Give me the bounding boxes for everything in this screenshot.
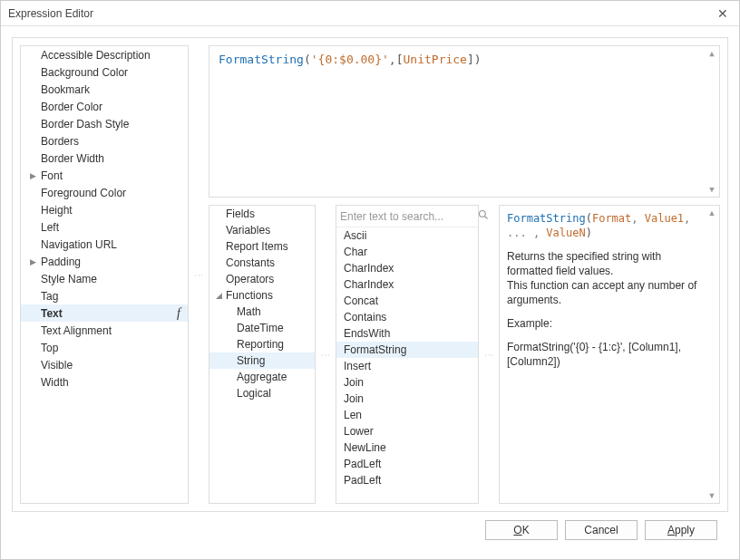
property-label: Style Name (39, 273, 188, 285)
function-item[interactable]: Join (336, 391, 478, 407)
splitter-vertical-2[interactable]: ⋮ (323, 205, 328, 504)
property-item[interactable]: Bookmark (21, 81, 188, 98)
cancel-button[interactable]: Cancel (565, 520, 638, 540)
function-item[interactable]: EndsWith (336, 325, 478, 342)
apply-ul: A (667, 524, 675, 536)
category-item[interactable]: Aggregate (209, 369, 315, 385)
function-item[interactable]: CharIndex (336, 260, 478, 276)
category-item[interactable]: Constants (209, 255, 315, 271)
expr-token-string: '{0:$0.00}' (311, 53, 389, 66)
property-item[interactable]: Border Width (21, 150, 188, 167)
ok-button[interactable]: OK (485, 520, 558, 540)
property-item[interactable]: ▶Font (21, 167, 188, 184)
category-item[interactable]: ◢Functions (209, 287, 315, 304)
property-item[interactable]: Border Dash Style (21, 115, 188, 132)
function-item[interactable]: CharIndex (336, 276, 478, 293)
category-label: Fields (224, 208, 255, 220)
categories-panel[interactable]: FieldsVariablesReport ItemsConstantsOper… (209, 205, 316, 504)
property-label: Border Width (39, 152, 188, 165)
category-item[interactable]: Math (209, 304, 315, 320)
category-item[interactable]: DateTime (209, 320, 315, 336)
close-button[interactable]: ✕ (714, 5, 732, 23)
function-item[interactable]: NewLine (336, 439, 478, 456)
property-item[interactable]: Left (21, 218, 188, 236)
function-item[interactable]: Ascii (336, 227, 478, 244)
expression-textarea[interactable]: ▲ FormatString('{0:$0.00}',[UnitPrice]) … (209, 45, 720, 198)
property-item[interactable]: Textf (21, 304, 188, 322)
property-label: Accessible Description (39, 49, 188, 62)
help-example: FormatString('{0} - {1:c}', [Column1], [… (507, 340, 705, 369)
category-item[interactable]: Logical (209, 385, 315, 401)
category-item[interactable]: Variables (209, 222, 315, 238)
sig-arg1: Format (592, 212, 631, 225)
property-label: Border Dash Style (39, 118, 188, 130)
function-item[interactable]: Concat (336, 293, 478, 309)
scroll-down-icon[interactable]: ▼ (706, 184, 717, 195)
property-item[interactable]: Visible (21, 356, 188, 373)
help-example-label: Example: (507, 316, 705, 331)
function-item[interactable]: PadLeft (336, 456, 478, 472)
property-label: Visible (39, 359, 188, 372)
category-item[interactable]: Fields (209, 206, 315, 222)
sig-fn: FormatString (507, 212, 586, 225)
dialog-content: Accessible DescriptionBackground ColorBo… (1, 26, 739, 559)
property-label: Border Color (39, 101, 188, 113)
property-item[interactable]: Style Name (21, 270, 188, 287)
right-column: ▲ FormatString('{0:$0.00}',[UnitPrice]) … (209, 45, 720, 504)
help-scroll-down-icon[interactable]: ▼ (706, 490, 717, 501)
property-item[interactable]: Navigation URL (21, 236, 188, 253)
property-item[interactable]: Accessible Description (21, 46, 188, 63)
function-item[interactable]: Char (336, 244, 478, 260)
help-signature: FormatString(Format, Value1, ... , Value… (507, 211, 705, 240)
function-item[interactable]: FormatString (336, 342, 478, 358)
category-label: Aggregate (224, 371, 287, 383)
scroll-up-icon[interactable]: ▲ (706, 48, 717, 59)
property-item[interactable]: Height (21, 201, 188, 218)
function-item[interactable]: Contains (336, 309, 478, 325)
property-label: Foreground Color (39, 187, 188, 199)
expr-token-close: ) (474, 53, 482, 66)
dialog-title: Expression Editor (8, 7, 93, 20)
function-item[interactable]: Lower (336, 423, 478, 439)
properties-panel[interactable]: Accessible DescriptionBackground ColorBo… (20, 45, 189, 504)
sig-c1: , (631, 212, 644, 225)
category-item[interactable]: String (209, 352, 315, 369)
property-item[interactable]: Text Alignment (21, 322, 188, 339)
svg-point-0 (480, 211, 486, 217)
category-item[interactable]: Report Items (209, 238, 315, 255)
help-scroll-up-icon[interactable]: ▲ (706, 208, 717, 218)
sig-arg2: Value1 (645, 212, 684, 225)
property-item[interactable]: Tag (21, 287, 188, 304)
property-label: Tag (39, 290, 188, 303)
fx-icon: f (177, 306, 188, 321)
property-item[interactable]: Width (21, 373, 188, 391)
sig-arg3: ValueN (546, 227, 585, 239)
property-label: Top (39, 342, 188, 354)
apply-post: pply (675, 524, 695, 536)
property-item[interactable]: Borders (21, 132, 188, 150)
help-description: Returns the specified string with format… (507, 249, 705, 307)
property-item[interactable]: Top (21, 339, 188, 356)
close-icon: ✕ (717, 6, 728, 21)
function-item[interactable]: Len (336, 407, 478, 423)
search-input[interactable] (340, 210, 476, 223)
function-item[interactable]: PadLeft (336, 472, 478, 488)
function-item[interactable]: Join (336, 374, 478, 391)
category-label: Reporting (224, 338, 284, 351)
functions-list[interactable]: AsciiCharCharIndexCharIndexConcatContain… (336, 227, 478, 503)
property-label: Left (39, 221, 188, 234)
help-desc-line2: This function can accept any number of a… (507, 278, 705, 307)
property-item[interactable]: Background Color (21, 63, 188, 81)
category-item[interactable]: Reporting (209, 336, 315, 352)
sig-open: ( (586, 212, 592, 225)
property-item[interactable]: Foreground Color (21, 184, 188, 201)
property-item[interactable]: Border Color (21, 98, 188, 115)
property-item[interactable]: ▶Padding (21, 253, 188, 270)
expr-token-field: UnitPrice (404, 53, 467, 66)
functions-panel: AsciiCharCharIndexCharIndexConcatContain… (336, 205, 479, 504)
splitter-vertical[interactable]: ⋮ (196, 45, 201, 504)
apply-button[interactable]: Apply (645, 520, 717, 540)
category-item[interactable]: Operators (209, 271, 315, 287)
splitter-vertical-3[interactable]: ⋮ (486, 205, 492, 504)
function-item[interactable]: Insert (336, 358, 478, 374)
